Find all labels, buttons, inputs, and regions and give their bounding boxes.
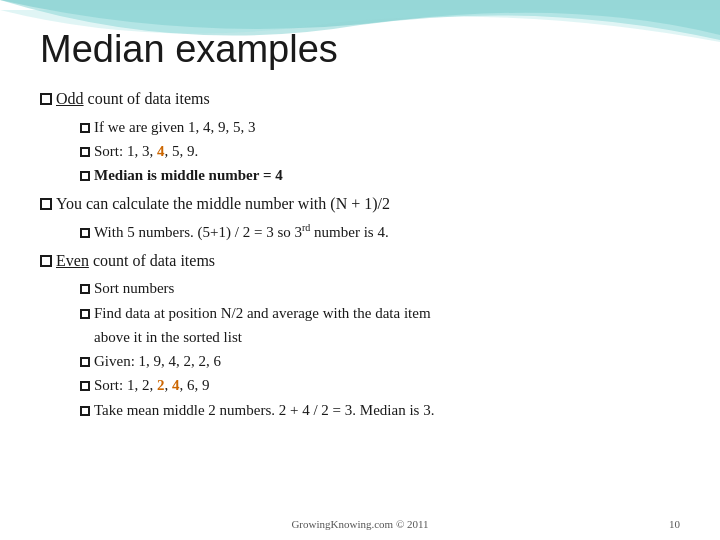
calc-middle-text: You can calculate the middle number with… (56, 192, 390, 217)
bullet-square (80, 123, 90, 133)
sort-1-item: Sort: 1, 3, 4, 5, 9. (80, 140, 680, 163)
if-given-item: If we are given 1, 4, 9, 5, 3 (80, 116, 680, 139)
with-5-item: With 5 numbers. (5+1) / 2 = 3 so 3rd num… (80, 220, 680, 244)
odd-heading: Odd count of data items (40, 87, 680, 112)
odd-label: Odd (56, 90, 84, 107)
odd-text: count of data items (84, 90, 210, 107)
superscript-rd: rd (302, 222, 310, 233)
sort-numbers-item: Sort numbers (80, 277, 680, 300)
sort-numbers-text: Sort numbers (94, 277, 174, 300)
bullet-square (80, 171, 90, 181)
median-1-item: Median is middle number = 4 (80, 164, 680, 187)
find-data-wrap: above it in the sorted list (94, 326, 680, 349)
page-title: Median examples (40, 28, 680, 71)
footer: GrowingKnowing.com © 2011 (0, 518, 720, 530)
sort-1-text-b: , 5, 9. (164, 143, 198, 159)
find-data-text: Find data at position N/2 and average wi… (94, 302, 431, 325)
bullet-square (80, 309, 90, 319)
take-mean-text: Take mean middle 2 numbers. 2 + 4 / 2 = … (94, 399, 434, 422)
sort-1-text-a: Sort: 1, 3, (94, 143, 157, 159)
take-mean-item: Take mean middle 2 numbers. 2 + 4 / 2 = … (80, 399, 680, 422)
main-content: Median examples Odd count of data items … (0, 0, 720, 433)
given-2-text: Given: 1, 9, 4, 2, 2, 6 (94, 350, 221, 373)
find-data-item: Find data at position N/2 and average wi… (80, 302, 680, 325)
even-label: Even (56, 252, 89, 269)
if-given-text: If we are given 1, 4, 9, 5, 3 (94, 116, 256, 139)
sort-2-item: Sort: 1, 2, 2, 4, 6, 9 (80, 374, 680, 397)
bullet-square (80, 406, 90, 416)
bullet-square (80, 357, 90, 367)
even-heading: Even count of data items (40, 249, 680, 274)
calc-middle-heading: You can calculate the middle number with… (40, 192, 680, 217)
sort-2-highlight-4: 4 (172, 377, 180, 393)
bullet-square (80, 284, 90, 294)
bullet-square (40, 198, 52, 210)
find-data-wrap-text: above it in the sorted list (94, 329, 242, 345)
given-2-item: Given: 1, 9, 4, 2, 2, 6 (80, 350, 680, 373)
bullet-square (80, 228, 90, 238)
median-1-text: Median is middle number = 4 (94, 164, 283, 187)
bullet-section: Odd count of data items If we are given … (40, 87, 680, 422)
sort-2-highlight-2: 2 (157, 377, 165, 393)
footer-page: 10 (669, 518, 680, 530)
even-text: count of data items (89, 252, 215, 269)
bullet-square (40, 93, 52, 105)
bullet-square (40, 255, 52, 267)
footer-text: GrowingKnowing.com © 2011 (291, 518, 428, 530)
bullet-square (80, 381, 90, 391)
bullet-square (80, 147, 90, 157)
